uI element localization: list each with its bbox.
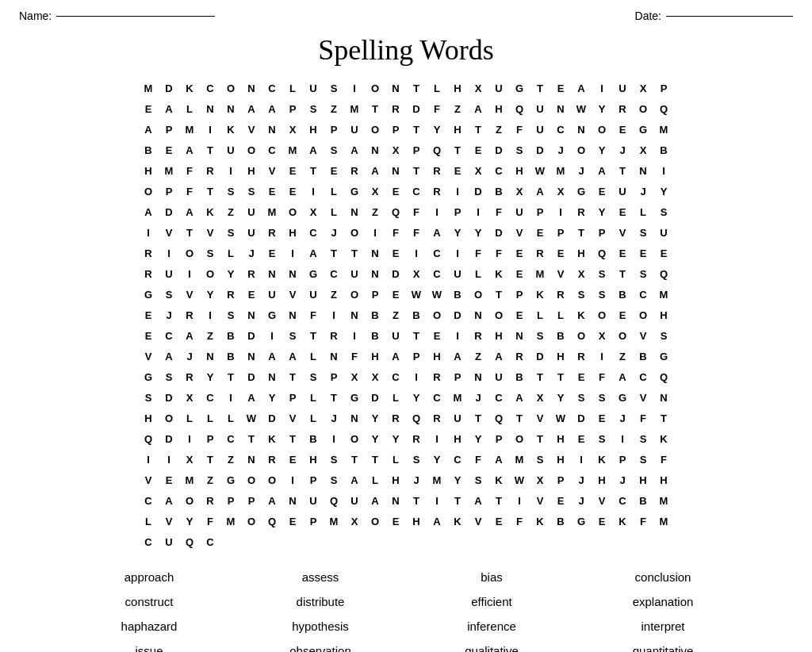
grid-cell: P [550, 222, 571, 243]
grid-cell: T [447, 490, 468, 511]
grid-cell: E [488, 511, 509, 531]
grid-cell: O [344, 428, 365, 449]
grid-cell: P [220, 490, 241, 511]
grid-cell: E [138, 98, 159, 119]
word-item: interpret [577, 617, 749, 635]
grid-cell: S [159, 366, 179, 387]
grid-cell: C [303, 222, 324, 243]
grid-cell: K [571, 305, 592, 325]
word-item: approach [63, 568, 235, 586]
grid-cell: D [406, 98, 427, 119]
grid-cell: L [530, 305, 550, 325]
grid-cell: W [530, 160, 550, 181]
grid-cell: B [612, 284, 633, 305]
grid-cell: E [592, 408, 612, 428]
grid-cell: X [468, 78, 488, 98]
grid-cell: R [179, 366, 200, 387]
grid-cell: Y [592, 98, 612, 119]
grid-cell: O [633, 305, 653, 325]
grid-cell: N [241, 346, 262, 366]
grid-cell: E [324, 160, 344, 181]
grid-cell: T [653, 408, 674, 428]
grid-cell: W [550, 408, 571, 428]
grid-cell: R [138, 263, 159, 284]
grid-cell: A [488, 346, 509, 366]
grid-cell: Z [612, 346, 633, 366]
grid-cell: M [179, 119, 200, 140]
grid-cell: S [653, 325, 674, 346]
grid-cell: R [324, 325, 344, 346]
grid-cell: M [282, 140, 303, 160]
grid-cell: A [592, 160, 612, 181]
grid-cell: L [324, 181, 344, 201]
grid-cell: I [324, 305, 344, 325]
grid-cell: C [385, 366, 406, 387]
grid-cell: A [241, 98, 262, 119]
grid-cell: N [262, 263, 282, 284]
grid-cell: T [509, 408, 530, 428]
grid-cell: G [344, 387, 365, 408]
grid-cell: M [344, 98, 365, 119]
grid-cell: A [530, 181, 550, 201]
grid-cell: L [385, 387, 406, 408]
grid-cell: F [468, 449, 488, 470]
grid-cell: R [220, 284, 241, 305]
grid-cell: Z [200, 470, 220, 490]
grid-cell: N [282, 305, 303, 325]
grid-cell: Q [592, 243, 612, 263]
grid-cell: O [200, 263, 220, 284]
grid-cell: C [633, 366, 653, 387]
grid-cell: S [220, 222, 241, 243]
grid-cell: D [530, 140, 550, 160]
grid-cell: N [324, 346, 344, 366]
grid-cell: S [571, 387, 592, 408]
grid-cell: P [653, 78, 674, 98]
word-list: approachassessbiasconclusionconstructdis… [0, 560, 812, 652]
grid-cell: K [200, 201, 220, 222]
grid-cell: T [344, 243, 365, 263]
grid-cell: T [200, 181, 220, 201]
grid-cell: A [262, 346, 282, 366]
grid-cell: D [241, 325, 262, 346]
grid-cell: U [447, 263, 468, 284]
grid-cell: T [530, 428, 550, 449]
grid-cell: B [550, 511, 571, 531]
grid-cell: O [571, 325, 592, 346]
grid-cell: G [262, 305, 282, 325]
grid-cell: N [385, 160, 406, 181]
grid-cell: X [530, 470, 550, 490]
grid-cell: U [612, 181, 633, 201]
grid-cell: E [571, 366, 592, 387]
grid-cell: M [220, 511, 241, 531]
grid-cell: T [571, 222, 592, 243]
grid-cell: K [592, 449, 612, 470]
grid-cell: I [220, 160, 241, 181]
grid-cell: F [406, 222, 427, 243]
grid-cell: N [344, 305, 365, 325]
grid-cell: L [220, 243, 241, 263]
grid-cell: G [303, 263, 324, 284]
grid-cell: E [385, 181, 406, 201]
word-item: efficient [406, 593, 577, 611]
grid-cell: H [550, 449, 571, 470]
grid-cell: R [427, 366, 447, 387]
grid-cell: G [220, 470, 241, 490]
grid-cell: K [488, 470, 509, 490]
grid-cell: N [365, 140, 385, 160]
grid-cell: N [282, 490, 303, 511]
grid-cell: C [262, 140, 282, 160]
grid-cell: V [282, 284, 303, 305]
grid-cell: B [550, 325, 571, 346]
grid-cell: U [241, 222, 262, 243]
grid-cell: X [365, 366, 385, 387]
grid-cell: N [220, 98, 241, 119]
grid-cell: O [344, 222, 365, 243]
grid-cell: A [488, 449, 509, 470]
grid-cell: A [344, 470, 365, 490]
grid-cell: N [550, 98, 571, 119]
grid-cell: Y [365, 408, 385, 428]
name-line [56, 16, 215, 17]
grid-cell: R [138, 243, 159, 263]
grid-cell: S [633, 263, 653, 284]
word-item: conclusion [577, 568, 749, 586]
